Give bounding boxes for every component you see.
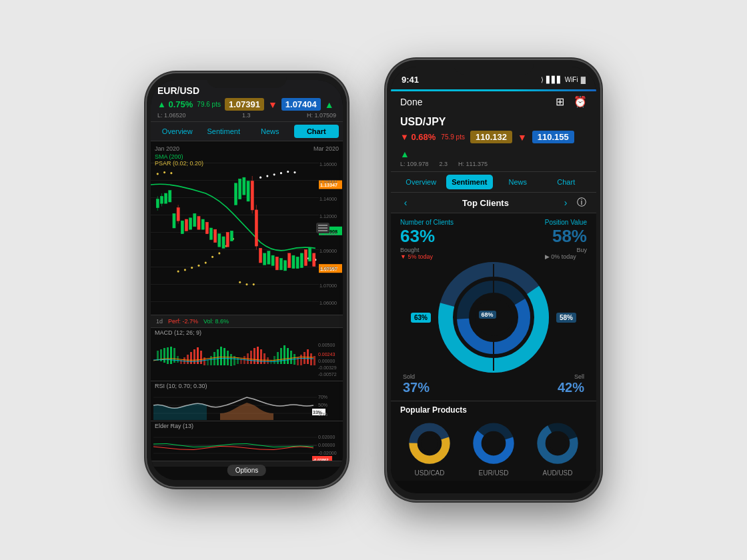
svg-rect-124	[263, 353, 265, 364]
product-audusd[interactable]: AUD/USD	[528, 420, 587, 477]
tab-overview-p1[interactable]: Overview	[155, 125, 200, 138]
phone-left: EUR/USD ▲ 0.75% 79.6 pts 1.07391 ▼ 1.074…	[147, 73, 347, 487]
tab-sentiment-p1[interactable]: Sentiment	[201, 125, 247, 138]
p2-sell-col: Sell 42%	[558, 373, 584, 395]
svg-rect-51	[247, 181, 249, 201]
tab-overview-p2[interactable]: Overview	[398, 175, 445, 189]
p1-vol: Vol: 8.6%	[203, 318, 229, 325]
svg-rect-107	[207, 360, 209, 365]
p1-chart-labels: Jan 2020 Mar 2020	[155, 145, 339, 152]
svg-rect-97	[173, 348, 175, 363]
svg-text:1.08000: 1.08000	[319, 265, 337, 271]
svg-rect-48	[234, 183, 237, 205]
p2-popular-section: Popular Products USD/CAD	[391, 401, 596, 481]
p1-arrow-down: ▼	[268, 99, 277, 110]
phone-right: 9:41 ⟩ ▋▋▋ WiFi ▓ Done ⊞ ⏰ USD/JPY ▼ 0.6…	[387, 60, 600, 500]
svg-text:1.07000: 1.07000	[319, 283, 337, 289]
svg-text:0.00000: 0.00000	[318, 359, 335, 363]
p1-stats: 1d Perf: -2.7% Vol: 8.6%	[151, 315, 343, 327]
phone-notch-left	[207, 73, 287, 88]
p2-pair-section: USD/JPY ▼ 0.68% 75.9 pts 110.132 ▼ 110.1…	[391, 112, 596, 172]
svg-rect-106	[203, 357, 205, 365]
p1-date1: Jan 2020	[155, 145, 179, 152]
p1-rsi-svg: 70% 50% 33% 30%	[151, 391, 343, 421]
p1-perf: Perf: -2.7%	[168, 318, 198, 325]
p2-sub-row: L: 109.978 2.3 H: 111.375	[400, 161, 587, 167]
divider-line-3	[318, 230, 327, 231]
tab-chart-p2[interactable]: Chart	[543, 175, 590, 189]
p2-location-icon: ⟩	[541, 76, 544, 83]
svg-rect-60	[309, 248, 311, 261]
svg-rect-45	[218, 234, 221, 247]
svg-point-14	[191, 267, 193, 269]
p2-list-icon[interactable]: ⊞	[556, 95, 564, 108]
p1-price-row: ▲ 0.75% 79.6 pts 1.07391 ▼ 1.07404 ▲	[157, 98, 336, 111]
p2-position-label: Position Value	[545, 219, 587, 226]
svg-rect-111	[220, 347, 222, 365]
svg-rect-139	[313, 356, 315, 365]
p1-timeframe: 1d	[156, 318, 163, 325]
svg-rect-38	[169, 191, 171, 202]
tab-news-p2[interactable]: News	[494, 175, 542, 189]
svg-text:-0.00329: -0.00329	[318, 365, 337, 370]
svg-rect-120	[250, 351, 252, 364]
product-eurusd[interactable]: EUR/USD	[464, 420, 523, 477]
product-eurusd-label: EUR/USD	[478, 469, 508, 477]
svg-rect-73	[275, 257, 278, 270]
svg-text:30%: 30%	[318, 412, 327, 417]
p2-prev-btn[interactable]: ‹	[398, 197, 414, 208]
svg-point-27	[280, 172, 282, 174]
p1-macd-section: MACD (12; 26; 9)	[151, 327, 343, 381]
p2-next-btn[interactable]: ›	[558, 197, 574, 208]
p1-price-box2[interactable]: 1.07404	[281, 98, 321, 111]
p2-done-btn[interactable]: Done	[400, 97, 422, 107]
tab-sentiment-p2[interactable]: Sentiment	[446, 175, 494, 189]
svg-text:-0.02000: -0.02000	[318, 451, 337, 455]
svg-point-21	[239, 281, 241, 283]
p2-top-clients-bar: ‹ Top Clients › ⓘ	[391, 193, 596, 213]
p2-spread: 2.3	[440, 161, 448, 167]
p1-price-box1[interactable]: 1.07391	[225, 98, 264, 111]
tab-chart-p1[interactable]: Chart	[294, 125, 339, 138]
p1-options-btn[interactable]: Options	[227, 465, 266, 476]
p1-macd-label: MACD (12; 26; 9)	[151, 328, 343, 337]
svg-point-11	[170, 172, 172, 174]
svg-rect-54	[271, 255, 274, 265]
svg-rect-72	[259, 248, 262, 263]
p2-info-btn[interactable]: ⓘ	[574, 197, 590, 209]
p2-battery-icon: ▓	[581, 76, 586, 83]
p1-low: L: 1.06520	[157, 112, 186, 119]
svg-rect-59	[300, 253, 303, 268]
svg-rect-53	[267, 251, 270, 265]
svg-rect-46	[222, 237, 225, 248]
svg-rect-42	[193, 213, 196, 227]
svg-rect-39	[173, 213, 175, 228]
svg-point-172	[486, 435, 502, 452]
svg-rect-114	[230, 354, 232, 366]
tab-news-p1[interactable]: News	[247, 125, 293, 138]
p2-low: L: 109.978	[400, 161, 429, 167]
svg-rect-37	[165, 193, 167, 203]
divider-line-1	[318, 225, 327, 226]
svg-point-22	[245, 283, 247, 285]
svg-text:-0.00572: -0.00572	[318, 372, 337, 377]
p2-header-icons: ⊞ ⏰	[556, 95, 587, 108]
svg-rect-50	[243, 177, 245, 195]
svg-rect-138	[310, 353, 312, 365]
svg-text:0.00500: 0.00500	[318, 343, 335, 347]
p2-sold-pct: 37%	[403, 380, 430, 395]
p2-high: H: 111.375	[458, 161, 488, 167]
p2-price-box1[interactable]: 110.132	[470, 131, 512, 143]
svg-rect-57	[292, 255, 295, 269]
p1-elder-section: Elder Ray (13) 0.02000 0.00000 -0.02000 …	[151, 421, 343, 461]
svg-rect-52	[263, 253, 266, 265]
p1-psar-label: PSAR (0.02; 0.20)	[155, 160, 203, 167]
svg-rect-55	[279, 259, 282, 270]
product-usdcad[interactable]: USD/CAD	[400, 420, 459, 477]
p2-signal-icon: ▋▋▋	[546, 76, 562, 83]
p2-alert-icon[interactable]: ⏰	[574, 95, 587, 108]
p1-divider-btn[interactable]	[316, 223, 329, 233]
product-audusd-chart	[534, 420, 581, 467]
svg-rect-96	[170, 347, 172, 364]
p2-price-box2[interactable]: 110.155	[532, 131, 574, 143]
